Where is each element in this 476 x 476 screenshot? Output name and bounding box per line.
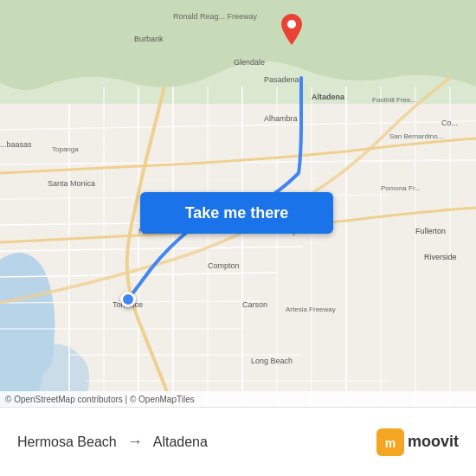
svg-text:Carson: Carson [242, 300, 267, 309]
moovit-icon: m [376, 428, 404, 456]
origin-label: Hermosa Beach [17, 434, 117, 450]
bottom-bar: Hermosa Beach → Altadena m moovit [0, 407, 476, 476]
take-me-there-button[interactable]: Take me there [140, 192, 333, 234]
map-attribution: © OpenStreetMap contributors | © OpenMap… [0, 391, 476, 407]
svg-text:...baasas: ...baasas [0, 140, 32, 149]
destination-marker [281, 14, 302, 45]
svg-text:Topanga: Topanga [52, 145, 79, 153]
svg-text:Fullerton: Fullerton [415, 227, 446, 235]
svg-text:Burbank: Burbank [134, 35, 164, 43]
svg-text:Pasadena: Pasadena [264, 75, 299, 84]
svg-text:Glendale: Glendale [234, 58, 265, 67]
svg-text:Alhambra: Alhambra [264, 114, 298, 123]
svg-text:San Bernardino...: San Bernardino... [389, 132, 443, 140]
svg-text:Ronald Reag... Freeway: Ronald Reag... Freeway [173, 12, 258, 21]
svg-text:Santa Monica: Santa Monica [48, 179, 95, 188]
svg-text:Compton: Compton [208, 261, 240, 270]
svg-text:Co...: Co... [441, 119, 458, 127]
attribution-text: © OpenStreetMap contributors | © OpenMap… [5, 395, 195, 404]
arrow-icon: → [127, 433, 143, 451]
svg-text:Foothill Free...: Foothill Free... [372, 96, 416, 104]
svg-text:Artesia Freeway: Artesia Freeway [286, 306, 336, 313]
svg-point-50 [287, 20, 296, 29]
take-me-there-label: Take me there [185, 204, 289, 222]
moovit-logo: m moovit [376, 428, 459, 456]
map-container: Ronald Reag... Freeway Foothill Free... … [0, 0, 476, 407]
origin-marker [120, 292, 136, 307]
svg-text:Long Beach: Long Beach [251, 357, 293, 365]
moovit-brand-name: moovit [408, 433, 459, 451]
svg-text:Pomona Fr...: Pomona Fr... [381, 184, 421, 192]
svg-text:Altadena: Altadena [312, 93, 345, 101]
svg-text:Riverside: Riverside [424, 253, 457, 261]
svg-text:m: m [385, 436, 396, 450]
destination-label: Altadena [153, 434, 208, 450]
